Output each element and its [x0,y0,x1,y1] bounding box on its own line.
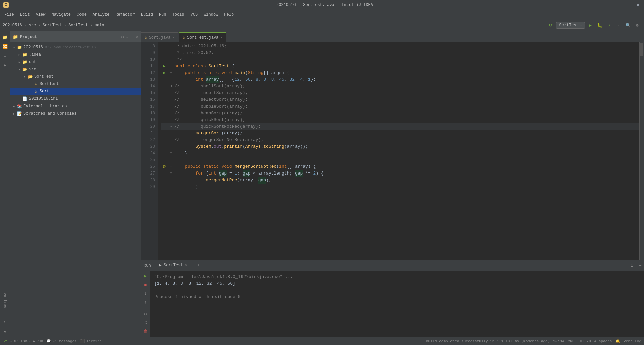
tree-item-sorttest-java[interactable]: ☕ SortTest [10,80,141,88]
tab-sorttest-java-close[interactable]: ✕ [220,35,223,40]
tree-item-sorttest-folder[interactable]: ▾ 📂 SortTest [10,73,141,80]
activity-structure-button[interactable]: ≡ [1,52,9,60]
menu-help[interactable]: Help [221,11,236,18]
project-scroll-icon[interactable]: ↕ [126,34,129,39]
breadcrumb-src[interactable]: src [29,23,36,28]
status-messages[interactable]: 💬 0: Messages [46,339,77,343]
project-icon: 📁 [13,34,18,40]
tree-label-scratches: Scratches and Consoles [23,111,76,116]
status-terminal[interactable]: ⬛ Terminal [80,339,104,343]
maximize-button[interactable]: □ [627,2,633,8]
minimize-button[interactable]: ─ [619,2,625,8]
editor-scrollbar-gutter[interactable] [639,42,644,260]
menu-run[interactable]: Run [156,11,169,18]
status-run[interactable]: ▶ Run [33,339,43,343]
fold-btn-12[interactable]: ▾ [170,70,172,76]
menu-tools[interactable]: Tools [170,11,187,18]
folder-icon-src: 📂 [22,67,28,72]
tab-sort-java[interactable]: ☕ Sort.java ✕ [141,32,178,42]
tree-item-idea[interactable]: ▸ 📁 .idea [10,51,141,58]
activity-bottom-1[interactable]: ⚡ [1,318,9,326]
breadcrumb-project[interactable]: 20210516 [3,23,22,28]
tree-item-scratches[interactable]: ▸ 📝 Scratches and Consoles [10,110,141,117]
code-line-10: */ [161,56,639,63]
run-add-tab-button[interactable]: + [194,261,203,270]
tree-item-root[interactable]: ▾ 📁 20210516 D:\JavaProject\20210516 [10,44,141,51]
project-collapse-icon[interactable]: — [130,34,133,39]
window-title: 20210516 - SortTest.java - IntelliJ IDEA [30,3,619,7]
code-line-19: // quickSort(array); [161,117,639,123]
activity-maven-button[interactable]: ♦ [1,61,9,70]
tree-item-external-libs[interactable]: ▸ 📚 External Libraries [10,102,141,110]
run-restart-button[interactable]: ▶ [142,272,149,280]
code-editor[interactable]: 8 9 10 11 12 13 14 15 16 17 18 19 20 21 … [141,42,639,260]
run-scroll-end-button[interactable]: ↓ [142,290,149,297]
tab-sorttest-java[interactable]: ☕ SortTest.java ✕ [179,32,226,42]
more-run-options[interactable]: ⋮ [614,21,623,29]
tree-item-src[interactable]: ▾ 📂 src [10,66,141,73]
status-eventlog[interactable]: 🔔 Event Log [615,339,641,343]
run-settings2-button[interactable]: ⚙ [142,310,149,318]
code-content[interactable]: * date: 2021-05-16; * time: 20:52; */ [158,42,639,260]
activity-bottom-2[interactable]: ★ [1,327,9,336]
menu-navigate[interactable]: Navigate [49,11,73,18]
tree-arrow-sorttest[interactable]: ▾ [22,74,28,79]
fold-btn-26[interactable]: ▾ [170,163,172,170]
tree-arrow-external-libs[interactable]: ▸ [11,104,17,109]
status-encoding[interactable]: UTF-8 [580,339,591,343]
run-minimize-button[interactable]: — [639,263,641,268]
project-hide-icon[interactable]: ✕ [135,34,138,40]
menu-analyze[interactable]: Analyze [90,11,112,18]
var-array: array [206,76,219,83]
settings-button[interactable]: ⚙ [633,21,641,29]
status-crlf[interactable]: CRLF [568,339,576,343]
run-tab-sorttest[interactable]: ▶ SortTest ✕ [156,261,191,270]
breadcrumb-main[interactable]: main [95,23,104,28]
tree-item-sort-java[interactable]: ☕ Sort [10,88,141,95]
run-button[interactable]: ▶ [586,21,594,29]
tree-item-iml[interactable]: 📄 20210516.iml [10,95,141,102]
search-everywhere-button[interactable]: 🔍 [624,21,632,29]
menu-code[interactable]: Code [74,11,89,18]
project-gear-icon[interactable]: ⚙ [121,34,124,40]
menu-window[interactable]: Window [201,11,221,18]
run-scroll-top-button[interactable]: ↑ [142,298,149,306]
status-position[interactable]: 20:34 [553,339,564,343]
run-clear-button[interactable]: 🗑 [142,328,149,335]
coverage-button[interactable]: ⚡ [605,21,613,29]
activity-project-button[interactable]: 📁 [1,33,9,42]
run-tab-close[interactable]: ✕ [185,263,187,268]
menu-edit[interactable]: Edit [17,11,33,18]
fold-btn-24[interactable]: ▾ [170,150,172,157]
close-button[interactable]: ✕ [635,2,641,8]
run-print-button[interactable]: 🖨 [142,319,149,326]
fold-btn-27[interactable]: ▾ [170,170,172,177]
activity-favorites-button[interactable]: Favorites [1,287,9,309]
tab-sort-java-close[interactable]: ✕ [172,35,175,40]
tree-arrow-root[interactable]: ▾ [11,45,17,50]
tree-item-out[interactable]: ▸ 📁 out [10,58,141,66]
menu-view[interactable]: View [33,11,48,18]
activity-vcs-button[interactable]: 🔀 [1,42,9,51]
menu-file[interactable]: File [2,11,17,18]
menu-build[interactable]: Build [138,11,156,18]
status-todo[interactable]: ✓ 6: TODO [10,339,30,343]
tree-arrow-out[interactable]: ▸ [17,60,22,65]
editor-scrollbar-thumb[interactable] [640,43,643,56]
status-indent[interactable]: 4 spaces [594,339,612,343]
menu-vcs[interactable]: VCS [188,11,201,18]
vcs-update-button[interactable]: ⟳ [547,21,555,29]
window-controls[interactable]: ─ □ ✕ [619,2,641,8]
menu-refactor[interactable]: Refactor [113,11,138,18]
tree-arrow-scratches[interactable]: ▸ [11,111,17,116]
run-stop-button[interactable]: ■ [142,281,149,288]
breadcrumb-sorttest-folder[interactable]: SortTest [43,23,62,28]
iml-icon: 📄 [22,96,28,101]
run-config-dropdown-icon[interactable]: ▾ [580,23,582,27]
tree-arrow-idea[interactable]: ▸ [17,52,22,57]
run-settings-button[interactable]: ⚙ [631,263,633,268]
breadcrumb-sorttest-class[interactable]: SortTest [68,23,88,28]
tree-arrow-src[interactable]: ▾ [17,67,22,72]
run-config-selector[interactable]: SortTest ▾ [556,22,585,29]
debug-button[interactable]: 🐛 [596,21,604,29]
